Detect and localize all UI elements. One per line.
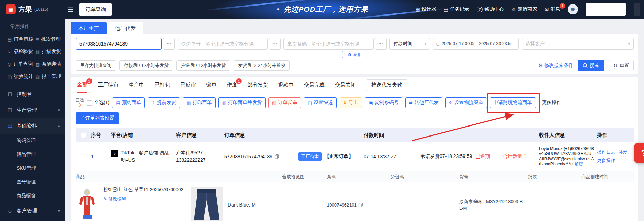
status-tab-partial-shipped[interactable]: 部分发货 <box>247 77 268 93</box>
invite-merchant-menu-item[interactable]: ☺ 邀请商家 <box>511 6 537 12</box>
pay-time-select[interactable]: 付款时间 ▾ <box>389 38 430 50</box>
status-tab-factory-pending[interactable]: 工厂待审 <box>98 77 118 93</box>
sidebar-item-code-manage[interactable]: 编码管理 <box>0 134 65 148</box>
quick-item-order-audit[interactable]: ▤订单审核 <box>8 33 35 46</box>
order-reverse-audit-button[interactable]: ▧订单反审 <box>268 97 301 108</box>
print-label-button[interactable]: ▥打印面单 <box>183 97 215 108</box>
header-operations: 操作 <box>597 132 634 139</box>
customer-select[interactable]: 选择客户 ▾ <box>522 38 634 50</box>
search-label: 搜索 <box>590 62 599 69</box>
set-logistics-channel-button[interactable]: ✈设置物流渠道 <box>445 97 487 108</box>
select-all-checkbox[interactable] <box>87 100 92 106</box>
status-tab-re-audited[interactable]: 已反审 <box>180 77 196 93</box>
copy-barcode-icon: ▣ <box>368 100 373 106</box>
task-record-menu-item[interactable]: ▤ 任务记录 <box>444 6 469 12</box>
sidebar-item-console[interactable]: ⊞ 控制台 <box>0 86 65 102</box>
preview-image[interactable] <box>191 187 223 221</box>
search-button[interactable]: 搜索 <box>578 60 604 71</box>
chevron-down-icon: ▾ <box>425 42 426 46</box>
quick-item-work-report[interactable]: ▧报工管理 <box>35 70 63 83</box>
status-pill: 工厂待审 <box>298 152 322 161</box>
app-logo[interactable]: ▣ 方果 (10116) <box>0 4 65 14</box>
suborder-list-settings-button[interactable]: 子订单列表设置 <box>76 112 119 124</box>
header-checkbox[interactable] <box>81 133 86 138</box>
pickup-barcode-input[interactable] <box>283 38 374 50</box>
row-checkbox[interactable] <box>81 154 86 159</box>
status-tab-all[interactable]: 全部1 <box>77 77 87 93</box>
action-label: 订单反审 <box>278 100 297 106</box>
help-center-menu-item[interactable]: ? 帮助中心 <box>477 6 504 12</box>
sidebar-item-customer[interactable]: ☺ 客户管理 ▾ <box>0 203 65 219</box>
quick-item-scan-ship[interactable]: ▥扫描发货 <box>35 46 63 58</box>
quick-item-barcode-detail[interactable]: ▦条码详情 <box>35 58 63 70</box>
product-image[interactable] <box>76 187 98 221</box>
hamburger-icon[interactable]: ☰ <box>67 5 74 13</box>
tracking-no-more-button[interactable]: ••• <box>269 38 281 50</box>
status-tab-label: 全部 <box>77 81 87 88</box>
status-tab-bar: 全部1 工厂待审 生产中 已打包 已反审 锁单 作废1 部分发货 退款中 交易完… <box>71 77 638 93</box>
sidebar-item-base-data[interactable]: ▤ 基础资料 ▴ <box>0 118 65 134</box>
quick-item-batch-manage[interactable]: ⊞批次管理 <box>35 33 63 46</box>
sidebar-item-gift-manage[interactable]: 赠品管理 <box>0 148 65 161</box>
edit-code-link[interactable]: ✎ 修改编码 <box>103 196 126 202</box>
print-label-and-ship-button[interactable]: ▥打印面单并发货 <box>218 97 266 108</box>
modify-search-link[interactable]: ⚙ 修改搜索条件 <box>538 62 573 69</box>
messages-menu-item[interactable]: ✉ 消息 1 <box>545 6 560 12</box>
status-tab-in-production[interactable]: 生产中 <box>129 77 144 93</box>
receiver-info: Leybi Munoz (+1)6026708668 v4bGUUWTIAKVJ… <box>539 146 594 167</box>
eye-icon[interactable]: ⊙ <box>570 162 573 167</box>
sidebar-item-figure-manage[interactable]: 图号管理 <box>0 175 65 189</box>
filter-unshipped-9-12h-button[interactable]: 付款后9-12小时未发货 <box>119 60 173 71</box>
sidebar-item-production[interactable]: ◫ 生产管理 ▾ <box>0 102 65 118</box>
transfer-dropship-button[interactable]: ⇄转他厂代发 <box>405 97 442 108</box>
apply-crossborder-logistics-label-button[interactable]: 申请跨境物流面单 <box>490 97 536 108</box>
designer-menu-item[interactable]: ▦ 设计器 <box>416 6 436 12</box>
tab-other-factory[interactable]: 他厂代发 <box>107 22 143 34</box>
quick-item-performance[interactable]: ◫绩效统计 <box>8 70 35 83</box>
subheader-preview: 合成预览图 <box>282 174 327 180</box>
decrypt-link[interactable]: 解密 <box>575 162 583 167</box>
save-quick-query-button[interactable]: 另存为快捷查询 <box>76 60 116 71</box>
user-avatar[interactable]: ☻ <box>568 4 578 14</box>
status-tab-push-failed[interactable]: 推送代发失败 <box>366 79 407 91</box>
more-operations-link[interactable]: 更多操作 <box>597 158 615 163</box>
tab-own-factory[interactable]: 本厂生产 <box>71 22 107 34</box>
select-all-control[interactable]: 全选(1) <box>87 100 109 106</box>
more-actions-button[interactable]: 更多操作 <box>539 97 565 108</box>
resend-link[interactable]: 补发 <box>618 150 627 155</box>
quick-item-order-query[interactable]: ◎订单查询 <box>8 58 35 70</box>
order-query-nav-button[interactable]: 订单查询 <box>79 3 112 16</box>
early-ship-button[interactable]: ⇪提前发货 <box>148 97 180 108</box>
export-button[interactable]: ⇓导出 <box>340 97 362 108</box>
pickup-barcode-more-button[interactable]: ••• <box>375 38 387 50</box>
status-tab-locked[interactable]: 锁单 <box>206 77 216 93</box>
status-tab-packed[interactable]: 已打包 <box>154 77 170 93</box>
help-floating-button[interactable]: ? <box>634 143 644 163</box>
copy-icon[interactable] <box>358 203 363 207</box>
reserve-label-button[interactable]: ▤预约面单 <box>112 97 145 108</box>
tracking-no-input[interactable] <box>178 38 268 50</box>
status-tab-refunding[interactable]: 退款中 <box>278 77 294 93</box>
copy-barcode-button[interactable]: ▣复制条码号 <box>365 97 402 108</box>
sidebar-item-product-showcase[interactable]: 商品橱窗 <box>0 189 65 203</box>
status-tab-completed[interactable]: 交易完成 <box>304 77 325 93</box>
reset-button[interactable]: ↻ 重置 <box>609 60 634 71</box>
order-no-input[interactable] <box>76 38 162 50</box>
chevron-up-icon: ▴ <box>58 124 60 128</box>
message-count-badge: 1 <box>560 3 565 9</box>
quick-item-label: 条码详情 <box>42 61 61 67</box>
date-range-picker[interactable]: ⊙ 2025-07-17 00:0(—2025-07-23 23:5 <box>433 38 519 50</box>
set-courier-button[interactable]: ◫设置快递 <box>304 97 336 108</box>
sidebar-item-sku-manage[interactable]: SKU管理 <box>0 161 65 175</box>
status-tab-closed[interactable]: 交易关闭 <box>335 77 356 93</box>
quick-item-qc-inspect[interactable]: ☑品检验货 <box>8 46 35 58</box>
status-tab-voided[interactable]: 作废1 <box>227 77 237 93</box>
operation-log-link[interactable]: 操作日志 <box>597 150 615 155</box>
order-no-more-button[interactable]: ••• <box>163 38 175 50</box>
filter-uncollected-12-24h-button[interactable]: 发货后12-24小时未揽收 <box>234 60 290 71</box>
expand-search-button[interactable]: ≋ 展开 <box>342 51 367 58</box>
copy-icon[interactable] <box>274 154 279 159</box>
barcode-cell: 100074962101 <box>327 202 390 208</box>
suborder-row: 粉红雪山-红色-苹果11-2025070700002 ✎ 修改编码 <box>76 182 634 221</box>
filter-pushed-9-12h-button[interactable]: 推送后9-12小时未发货 <box>176 60 230 71</box>
